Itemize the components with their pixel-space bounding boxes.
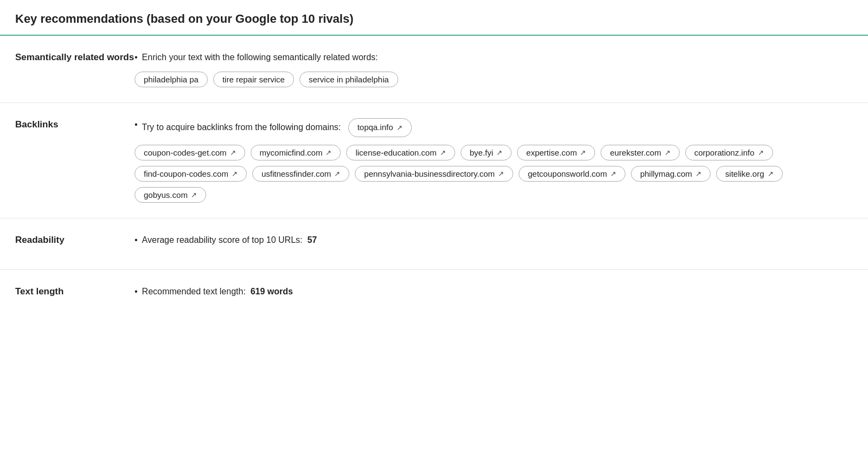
section-semantically-related: Semantically related words • Enrich your…: [0, 36, 868, 103]
backlinks-tags-row: coupon-codes-get.com ↗︎ mycomicfind.com …: [135, 145, 853, 203]
tag-service-in-philadelphia[interactable]: service in philadelphia: [299, 72, 398, 87]
section-content-semantically-related: • Enrich your text with the following se…: [135, 51, 853, 87]
bullet-dot-4: •: [135, 287, 138, 297]
page-title: Key recommendations (based on your Googl…: [0, 0, 868, 36]
tag-tire-repair-service[interactable]: tire repair service: [213, 72, 294, 87]
tag-gobyus[interactable]: gobyus.com ↗︎: [135, 187, 206, 203]
external-link-icon-bye: ↗︎: [496, 149, 502, 157]
bullet-dot-3: •: [135, 235, 138, 245]
bullet-dot-2: •: [135, 120, 138, 130]
tag-eurekster[interactable]: eurekster.com ↗︎: [601, 145, 679, 160]
section-label-semantically-related: Semantically related words: [15, 51, 135, 63]
tag-coupon-codes-get[interactable]: coupon-codes-get.com ↗︎: [135, 145, 245, 160]
readability-bullet-text: Average readability score of top 10 URLs…: [142, 234, 317, 247]
tag-philadelphia-pa[interactable]: philadelphia pa: [135, 72, 208, 87]
text-length-bullet-text: Recommended text length: 619 words: [142, 285, 293, 298]
semantically-bullet-text: Enrich your text with the following sema…: [142, 51, 378, 64]
backlinks-bullet-text: Try to acquire backlinks from the follow…: [142, 118, 412, 137]
backlinks-bullet-row: • Try to acquire backlinks from the foll…: [135, 118, 853, 137]
tag-phillymag[interactable]: phillymag.com ↗︎: [631, 166, 711, 182]
section-readability: Readability • Average readability score …: [0, 218, 868, 270]
readability-bullet-row: • Average readability score of top 10 UR…: [135, 234, 853, 247]
semantically-tags-row: philadelphia pa tire repair service serv…: [135, 72, 853, 87]
page-container: Key recommendations (based on your Googl…: [0, 0, 868, 343]
tag-pennsylvania-businessdirectory[interactable]: pennsylvania-businessdirectory.com ↗︎: [355, 166, 513, 182]
external-link-icon-gobyus: ↗︎: [191, 191, 197, 199]
tag-sitelike[interactable]: sitelike.org ↗︎: [716, 166, 783, 182]
external-link-icon-pa-biz: ↗︎: [498, 170, 504, 178]
external-link-icon-usfitness: ↗︎: [334, 170, 340, 178]
external-link-icon-corporationz: ↗︎: [758, 149, 764, 157]
tag-mycomicfind[interactable]: mycomicfind.com ↗︎: [251, 145, 341, 160]
external-link-icon-phillymag: ↗︎: [695, 170, 701, 178]
text-length-bullet-row: • Recommended text length: 619 words: [135, 285, 853, 298]
section-backlinks: Backlinks • Try to acquire backlinks fro…: [0, 103, 868, 218]
external-link-icon-mycomicfind: ↗︎: [326, 149, 331, 157]
external-link-icon-eurekster: ↗︎: [665, 149, 671, 157]
external-link-icon-getcoupons: ↗︎: [610, 170, 616, 178]
tag-usfitnessfinder[interactable]: usfitnessfinder.com ↗︎: [252, 166, 349, 182]
section-content-readability: • Average readability score of top 10 UR…: [135, 234, 853, 254]
external-link-icon-coupon: ↗︎: [230, 149, 236, 157]
section-label-readability: Readability: [15, 234, 135, 246]
external-link-icon-expertise: ↗︎: [580, 149, 586, 157]
section-content-text-length: • Recommended text length: 619 words: [135, 285, 853, 306]
section-text-length: Text length • Recommended text length: 6…: [0, 270, 868, 321]
section-label-backlinks: Backlinks: [15, 118, 135, 130]
external-link-icon-find-coupon: ↗︎: [232, 170, 238, 178]
tag-getcouponsworld[interactable]: getcouponsworld.com ↗︎: [519, 166, 626, 182]
tag-topqa-info[interactable]: topqa.info ↗︎: [348, 118, 412, 137]
external-link-icon-sitelike: ↗︎: [768, 170, 774, 178]
tag-expertise[interactable]: expertise.com ↗︎: [517, 145, 595, 160]
external-link-icon-license: ↗︎: [440, 149, 446, 157]
tag-corporationz[interactable]: corporationz.info ↗︎: [685, 145, 773, 160]
bullet-dot: •: [135, 53, 138, 62]
readability-score: 57: [307, 235, 317, 244]
tag-bye-fyi[interactable]: bye.fyi ↗︎: [461, 145, 512, 160]
section-content-backlinks: • Try to acquire backlinks from the foll…: [135, 118, 853, 203]
tag-license-education[interactable]: license-education.com ↗︎: [346, 145, 455, 160]
text-length-words: 619 words: [251, 287, 293, 296]
tag-find-coupon-codes[interactable]: find-coupon-codes.com ↗︎: [135, 166, 247, 182]
external-link-icon-topqa: ↗︎: [397, 123, 403, 133]
semantically-bullet-row: • Enrich your text with the following se…: [135, 51, 853, 64]
section-label-text-length: Text length: [15, 285, 135, 297]
